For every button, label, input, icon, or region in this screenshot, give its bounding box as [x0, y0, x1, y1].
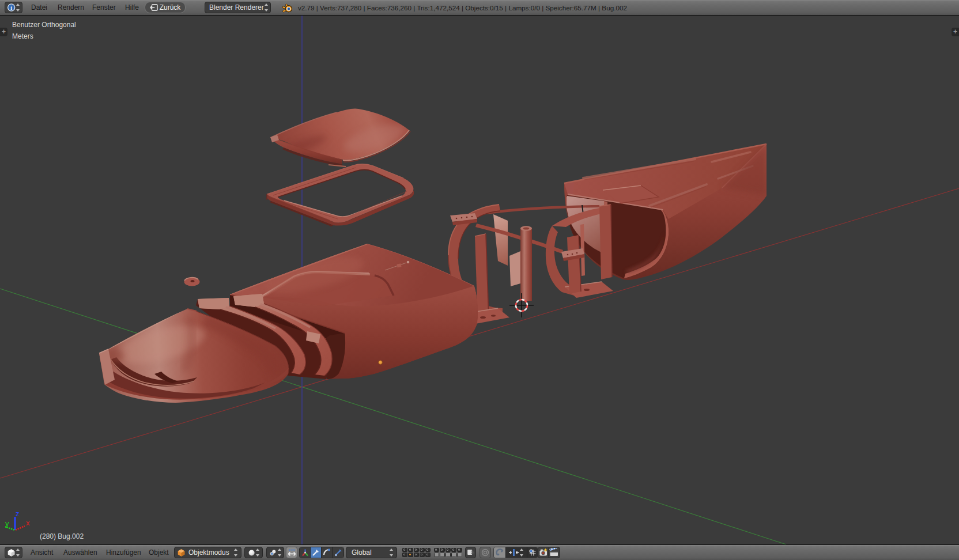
svg-text:y: y	[5, 519, 9, 528]
svg-text:x: x	[26, 519, 30, 527]
svg-text:i: i	[10, 5, 12, 11]
svg-text:z: z	[16, 509, 20, 518]
